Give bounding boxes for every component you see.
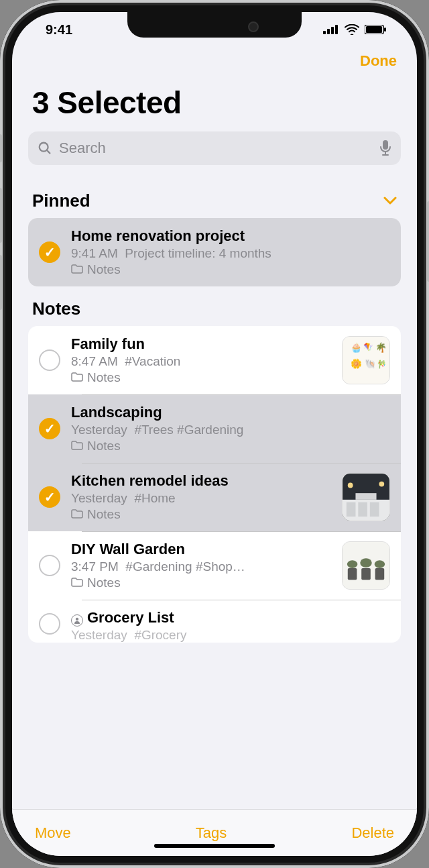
folder-icon xyxy=(71,576,83,590)
svg-text:🌴: 🌴 xyxy=(375,342,387,354)
note-title: Kitchen remodel ideas xyxy=(71,472,331,490)
selection-checkbox[interactable] xyxy=(39,241,60,263)
note-thumbnail: 🧁🪁🌴🌼🐚🎋 xyxy=(342,336,390,384)
search-field[interactable] xyxy=(28,131,401,165)
svg-point-31 xyxy=(375,560,385,568)
dictation-icon[interactable] xyxy=(379,140,391,156)
delete-button[interactable]: Delete xyxy=(351,824,394,842)
selection-checkbox[interactable] xyxy=(39,555,60,576)
note-thumbnail xyxy=(342,541,390,590)
note-thumbnail xyxy=(342,473,390,521)
move-button[interactable]: Move xyxy=(35,824,71,842)
selection-checkbox[interactable] xyxy=(39,613,60,635)
svg-rect-3 xyxy=(335,25,338,34)
pinned-section-label: Pinned xyxy=(32,191,90,211)
svg-rect-2 xyxy=(331,27,334,34)
selection-checkbox[interactable] xyxy=(39,349,60,371)
note-subtitle: 3:47 PM #Gardening #Shop… xyxy=(71,559,331,574)
svg-rect-6 xyxy=(384,28,386,32)
cellular-icon xyxy=(323,25,339,34)
note-folder: Notes xyxy=(71,262,390,277)
svg-rect-1 xyxy=(327,29,330,34)
note-subtitle: 8:47 AM #Vacation xyxy=(71,354,331,369)
note-row[interactable]: DIY Wall Garden 3:47 PM #Gardening #Shop… xyxy=(28,531,401,600)
wifi-icon xyxy=(345,24,359,35)
note-folder: Notes xyxy=(71,576,331,590)
folder-icon xyxy=(71,507,83,522)
note-title: Home renovation project xyxy=(71,227,390,245)
svg-rect-9 xyxy=(383,140,388,150)
device-notch xyxy=(127,12,302,38)
svg-point-30 xyxy=(360,558,372,567)
search-icon xyxy=(38,141,52,156)
notes-list: Family fun 8:47 AM #Vacation Notes 🧁🪁🌴🌼🐚… xyxy=(28,326,401,643)
battery-icon xyxy=(365,25,386,34)
svg-rect-27 xyxy=(361,568,371,580)
folder-icon xyxy=(71,439,83,453)
note-folder: Notes xyxy=(71,370,331,385)
folder-icon xyxy=(71,262,83,277)
selection-checkbox[interactable] xyxy=(39,418,60,439)
svg-point-23 xyxy=(379,482,384,487)
svg-rect-0 xyxy=(323,31,326,34)
svg-point-29 xyxy=(347,560,358,568)
svg-rect-5 xyxy=(366,26,382,33)
search-input[interactable] xyxy=(59,140,373,157)
home-indicator[interactable] xyxy=(154,844,275,848)
note-row[interactable]: Kitchen remodel ideas Yesterday #Home No… xyxy=(28,463,401,531)
note-row[interactable]: Family fun 8:47 AM #Vacation Notes 🧁🪁🌴🌼🐚… xyxy=(28,326,401,394)
svg-point-32 xyxy=(76,618,78,620)
svg-rect-20 xyxy=(358,502,367,517)
folder-icon xyxy=(71,370,83,385)
svg-rect-24 xyxy=(355,493,376,500)
note-row[interactable]: Grocery List Yesterday #Grocery xyxy=(28,600,401,643)
tags-button[interactable]: Tags xyxy=(196,824,227,842)
note-title: Family fun xyxy=(71,335,331,353)
pinned-section-header[interactable]: Pinned xyxy=(12,178,417,218)
note-folder: Notes xyxy=(71,439,390,453)
note-subtitle: Yesterday #Trees #Gardening xyxy=(71,423,390,437)
notes-section-label: Notes xyxy=(32,299,80,319)
pinned-list: Home renovation project 9:41 AM Project … xyxy=(28,218,401,286)
selection-checkbox[interactable] xyxy=(39,486,60,508)
bottom-toolbar: Move Tags Delete xyxy=(12,809,417,856)
note-subtitle: Yesterday #Home xyxy=(71,491,331,506)
done-button[interactable]: Done xyxy=(360,52,397,70)
page-title: 3 Selected xyxy=(12,70,417,131)
svg-rect-19 xyxy=(347,502,356,517)
svg-rect-21 xyxy=(370,502,379,517)
note-row[interactable]: Landscaping Yesterday #Trees #Gardening … xyxy=(28,394,401,463)
nav-bar: Done xyxy=(12,47,417,70)
svg-rect-26 xyxy=(348,568,357,580)
notes-section-header: Notes xyxy=(12,286,417,326)
svg-text:🐚: 🐚 xyxy=(365,358,376,370)
note-title: Grocery List xyxy=(71,609,390,627)
svg-text:🪁: 🪁 xyxy=(363,342,373,351)
svg-text:🎋: 🎋 xyxy=(377,360,387,369)
svg-text:🌼: 🌼 xyxy=(351,358,362,370)
status-time: 9:41 xyxy=(46,22,72,38)
svg-line-8 xyxy=(47,150,50,154)
shared-icon xyxy=(71,614,83,627)
chevron-down-icon xyxy=(383,193,397,209)
note-subtitle: 9:41 AM Project timeline: 4 months xyxy=(71,246,390,261)
note-row[interactable]: Home renovation project 9:41 AM Project … xyxy=(28,218,401,286)
note-title: DIY Wall Garden xyxy=(71,541,331,558)
note-subtitle: Yesterday #Grocery xyxy=(71,628,390,643)
note-title: Landscaping xyxy=(71,404,390,421)
svg-rect-28 xyxy=(375,568,385,580)
svg-text:🧁: 🧁 xyxy=(351,342,362,354)
svg-point-22 xyxy=(348,483,353,488)
note-folder: Notes xyxy=(71,507,331,522)
